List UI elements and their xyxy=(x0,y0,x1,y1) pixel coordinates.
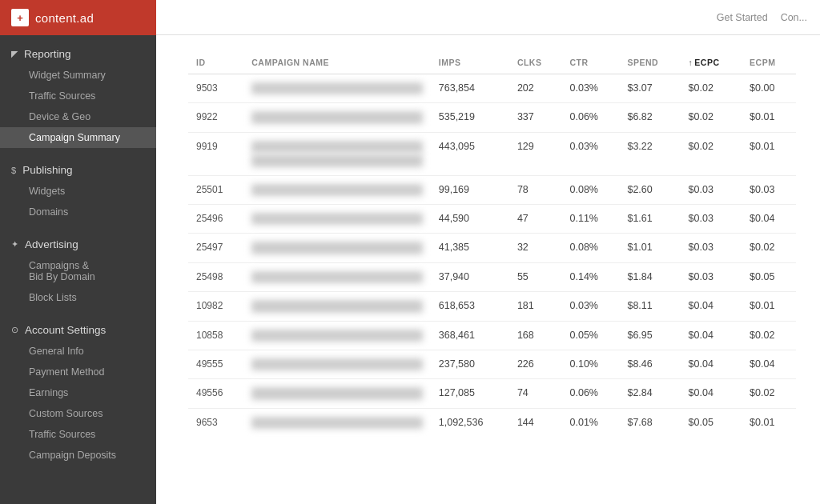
reporting-icon: ◤ xyxy=(11,49,18,59)
row-ecpc: $0.04 xyxy=(681,350,742,378)
row-clks: 168 xyxy=(509,321,562,350)
sidebar-item-general-info[interactable]: General Info xyxy=(0,341,156,362)
row-imps: 99,169 xyxy=(431,175,509,204)
row-id: 10858 xyxy=(188,321,243,350)
row-ecpc: $0.02 xyxy=(681,103,742,132)
row-id: 25496 xyxy=(188,204,243,233)
col-header-ctr[interactable]: CTR xyxy=(562,51,620,74)
row-spend: $1.01 xyxy=(619,234,680,262)
row-clks: 144 xyxy=(509,408,562,437)
campaign-summary-table: IDCAMPAIGN NAMEIMPSCLKSCTRSPEND↑ECPCECPM… xyxy=(188,51,796,437)
row-ecpc: $0.04 xyxy=(681,321,742,350)
row-campaign-name[interactable]: Blurred Blr xyxy=(243,292,431,321)
table-row: 9653Blurred Campaign Name1,092,5361440.0… xyxy=(188,408,796,437)
row-ecpm: $0.01 xyxy=(742,292,796,321)
sidebar-item-traffic-sources[interactable]: Traffic Sources xyxy=(0,86,156,106)
sidebar-section-header-advertising[interactable]: ✦Advertising xyxy=(0,234,156,255)
row-ecpc: $0.02 xyxy=(681,74,742,103)
row-ecpm: $0.01 xyxy=(742,132,796,175)
sidebar-item-campaign-deposits[interactable]: Campaign Deposits xyxy=(0,445,156,466)
row-id: 9653 xyxy=(188,408,243,437)
row-campaign-name[interactable]: Blurred Pl xyxy=(243,321,431,350)
row-id: 49555 xyxy=(188,350,243,378)
row-ecpc: $0.04 xyxy=(681,292,742,321)
get-started-link[interactable]: Get Started xyxy=(717,12,768,23)
row-ecpc: $0.03 xyxy=(681,175,742,204)
table-row: 25496Campaign II44,590470.11%$1.61$0.03$… xyxy=(188,204,796,233)
advertising-icon: ✦ xyxy=(11,239,18,250)
row-campaign-name[interactable]: Blurred Name xyxy=(243,103,431,132)
row-campaign-name[interactable]: Blurred xyxy=(243,350,431,378)
row-ecpc: $0.04 xyxy=(681,379,742,408)
table-row: 9919Blurred Campaign Name Line OneBlurre… xyxy=(188,132,796,175)
col-header-spend[interactable]: SPEND xyxy=(619,51,680,74)
row-spend: $2.60 xyxy=(619,175,680,204)
row-campaign-name[interactable]: Campaign II xyxy=(243,262,431,291)
sidebar-section-label-publishing: Publishing xyxy=(22,164,72,176)
row-campaign-name[interactable]: Campaign II xyxy=(243,175,431,204)
sidebar-section-label-reporting: Reporting xyxy=(24,48,71,60)
row-ecpm: $0.02 xyxy=(742,234,796,262)
col-header-clks[interactable]: CLKS xyxy=(509,51,562,74)
row-imps: 237,580 xyxy=(431,350,509,378)
sidebar-item-domains[interactable]: Domains xyxy=(0,202,156,222)
col-header-campaign-name[interactable]: CAMPAIGN NAME xyxy=(243,51,431,74)
sidebar-item-widget-summary[interactable]: Widget Summary xyxy=(0,65,156,86)
row-ctr: 0.03% xyxy=(562,74,620,103)
row-spend: $6.82 xyxy=(619,103,680,132)
sidebar-item-traffic-sources-acct[interactable]: Traffic Sources xyxy=(0,424,156,445)
row-spend: $1.61 xyxy=(619,204,680,233)
row-campaign-name[interactable]: Blurred Blurred xyxy=(243,379,431,408)
table-header-row: IDCAMPAIGN NAMEIMPSCLKSCTRSPEND↑ECPCECPM xyxy=(188,51,796,74)
col-header-id[interactable]: ID xyxy=(188,51,243,74)
row-clks: 74 xyxy=(509,379,562,408)
sidebar-item-payment-method[interactable]: Payment Method xyxy=(0,362,156,382)
row-ctr: 0.11% xyxy=(562,204,620,233)
row-imps: 763,854 xyxy=(431,74,509,103)
row-clks: 55 xyxy=(509,262,562,291)
row-ctr: 0.14% xyxy=(562,262,620,291)
table-row: 25497Campaign II41,385320.08%$1.01$0.03$… xyxy=(188,234,796,262)
row-ecpc: $0.03 xyxy=(681,204,742,233)
sidebar-item-campaign-summary[interactable]: Campaign Summary xyxy=(0,127,156,148)
row-campaign-name[interactable]: Blurred Campaign Name xyxy=(243,408,431,437)
row-campaign-name[interactable]: Campaign II xyxy=(243,204,431,233)
table-row: 10982Blurred Blr618,6531810.03%$8.11$0.0… xyxy=(188,292,796,321)
row-clks: 78 xyxy=(509,175,562,204)
col-header-ecpc[interactable]: ↑ECPC xyxy=(681,51,742,74)
row-spend: $1.84 xyxy=(619,262,680,291)
row-ecpm: $0.04 xyxy=(742,350,796,378)
sidebar-section-header-publishing[interactable]: $Publishing xyxy=(0,159,156,181)
row-imps: 368,461 xyxy=(431,321,509,350)
row-ecpc: $0.05 xyxy=(681,408,742,437)
row-ctr: 0.08% xyxy=(562,234,620,262)
sidebar-item-widgets[interactable]: Widgets xyxy=(0,181,156,202)
row-campaign-name[interactable]: Blurred Campaign Name xyxy=(243,74,431,103)
col-header-imps[interactable]: IMPS xyxy=(431,51,509,74)
con-link[interactable]: Con... xyxy=(781,12,807,23)
sidebar-item-custom-sources[interactable]: Custom Sources xyxy=(0,403,156,424)
sidebar-item-campaigns-bid-domain[interactable]: Campaigns &Bid By Domain xyxy=(0,255,156,287)
account-settings-icon: ⊙ xyxy=(11,325,18,335)
row-spend: $3.07 xyxy=(619,74,680,103)
col-header-ecpm[interactable]: ECPM xyxy=(742,51,796,74)
sidebar-item-earnings[interactable]: Earnings xyxy=(0,382,156,403)
table-row: 9503Blurred Campaign Name763,8542020.03%… xyxy=(188,74,796,103)
sidebar-section-header-account-settings[interactable]: ⊙Account Settings xyxy=(0,319,156,341)
publishing-icon: $ xyxy=(11,166,16,175)
sidebar-item-device-geo[interactable]: Device & Geo xyxy=(0,106,156,127)
sidebar-section-publishing: $PublishingWidgetsDomains xyxy=(0,151,156,226)
logo[interactable]: + content.ad xyxy=(0,0,156,35)
row-id: 25497 xyxy=(188,234,243,262)
sidebar-item-block-lists[interactable]: Block Lists xyxy=(0,287,156,308)
row-ctr: 0.08% xyxy=(562,175,620,204)
sidebar-section-header-reporting[interactable]: ◤Reporting xyxy=(0,43,156,65)
row-spend: $8.11 xyxy=(619,292,680,321)
logo-icon: + xyxy=(11,9,29,26)
logo-text: content.ad xyxy=(35,11,94,25)
row-campaign-name[interactable]: Campaign II xyxy=(243,234,431,262)
row-clks: 226 xyxy=(509,350,562,378)
row-imps: 127,085 xyxy=(431,379,509,408)
row-campaign-name[interactable]: Blurred Campaign Name Line OneBlurred Im… xyxy=(243,132,431,175)
row-ecpm: $0.01 xyxy=(742,408,796,437)
